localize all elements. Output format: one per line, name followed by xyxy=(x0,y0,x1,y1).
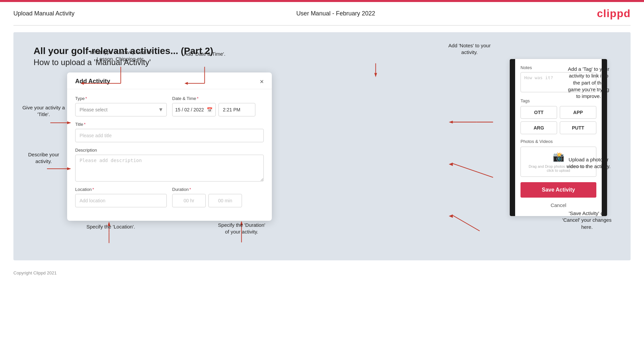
duration-group: Duration* xyxy=(172,187,264,207)
dialog-title: Add Activity xyxy=(75,78,110,85)
description-textarea[interactable] xyxy=(75,155,264,182)
close-button[interactable]: × xyxy=(260,78,264,85)
main-content: All your golf-relevant activities... (Pa… xyxy=(13,32,631,260)
footer: Copyright Clippd 2021 xyxy=(0,267,644,279)
description-group: Description xyxy=(75,148,264,182)
annotation-notes: Add 'Notes' to youractivity. xyxy=(439,42,500,56)
svg-line-21 xyxy=(453,164,493,177)
form-row-description: Description xyxy=(75,148,264,182)
svg-line-23 xyxy=(453,215,480,231)
datetime-group: Date & Time* 15 / 02 / 2022 📅 2:21 PM xyxy=(172,96,264,116)
add-activity-dialog: Add Activity × Type* Please select ▼ xyxy=(67,72,272,221)
photos-label: Photos & Videos xyxy=(521,139,596,144)
header-divider xyxy=(13,25,631,25)
manual-title: User Manual - February 2022 xyxy=(296,10,375,17)
duration-hr-input[interactable] xyxy=(172,194,206,207)
type-group: Type* Please select ▼ xyxy=(75,96,167,116)
description-label: Description xyxy=(75,148,264,153)
tag-arg[interactable]: ARG xyxy=(521,121,557,134)
form-row-location-duration: Location* Duration* xyxy=(75,187,264,207)
title-input[interactable] xyxy=(75,129,264,142)
annotation-tag: Add a 'Tag' to youractivity to link it t… xyxy=(553,66,624,100)
datetime-label: Date & Time* xyxy=(172,96,264,101)
form-row-type-datetime: Type* Please select ▼ Date & Time* xyxy=(75,96,264,116)
location-label: Location* xyxy=(75,187,167,192)
phone-left-bar xyxy=(510,59,515,216)
annotation-title: Give your activity a'Title'. xyxy=(17,104,70,118)
annotation-activity-type: What type of activity was it?Lesson, Chi… xyxy=(87,49,154,63)
annotation-description: Describe youractivity. xyxy=(17,151,70,165)
annotation-date-time: Add 'Date & Time'. xyxy=(178,51,232,57)
type-label: Type* xyxy=(75,96,167,101)
type-select[interactable]: Please select xyxy=(75,103,167,116)
svg-marker-24 xyxy=(449,214,453,218)
calendar-icon: 📅 xyxy=(207,107,212,112)
header: Upload Manual Activity User Manual - Feb… xyxy=(0,2,644,25)
tag-putt[interactable]: PUTT xyxy=(560,121,596,134)
tags-grid: OTT APP ARG PUTT xyxy=(521,106,596,134)
svg-marker-22 xyxy=(449,162,453,166)
svg-marker-17 xyxy=(374,73,377,77)
title-group: Title* xyxy=(75,122,264,142)
annotation-photo: Upload a photo orvideo to the activity. xyxy=(553,156,624,170)
title-label: Title* xyxy=(75,122,264,127)
location-input[interactable] xyxy=(75,194,167,207)
annotation-duration: Specify the 'Duration'of your activity. xyxy=(205,222,279,236)
location-group: Location* xyxy=(75,187,167,207)
save-activity-button[interactable]: Save Activity xyxy=(521,182,596,198)
duration-min-input[interactable] xyxy=(208,194,242,207)
form-row-title: Title* xyxy=(75,122,264,142)
date-time-group: 15 / 02 / 2022 📅 2:21 PM xyxy=(172,103,264,116)
copyright-text: Copyright Clippd 2021 xyxy=(13,270,57,275)
dialog-body: Type* Please select ▼ Date & Time* xyxy=(67,89,272,221)
duration-inputs xyxy=(172,194,264,207)
tag-app[interactable]: APP xyxy=(560,106,596,119)
page-title: Upload Manual Activity xyxy=(13,10,75,17)
time-input[interactable]: 2:21 PM xyxy=(218,103,255,116)
date-input[interactable]: 15 / 02 / 2022 📅 xyxy=(172,103,216,116)
annotation-location: Specify the 'Location'. xyxy=(77,223,144,230)
svg-marker-20 xyxy=(449,121,453,123)
duration-label: Duration* xyxy=(172,187,264,192)
logo: clippd xyxy=(597,7,631,20)
annotation-save-cancel: 'Save Activity' or'Cancel' your changesh… xyxy=(550,210,624,230)
dialog-header: Add Activity × xyxy=(67,72,272,89)
cancel-button[interactable]: Cancel xyxy=(521,201,596,209)
type-select-wrapper[interactable]: Please select ▼ xyxy=(75,103,167,116)
tag-ott[interactable]: OTT xyxy=(521,106,557,119)
